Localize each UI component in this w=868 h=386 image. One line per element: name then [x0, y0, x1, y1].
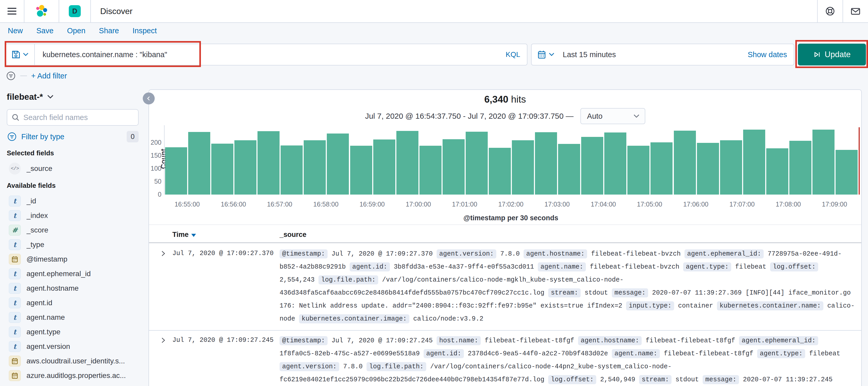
field-item-_type[interactable]: t_type: [7, 237, 138, 252]
source-cell: @timestamp: Jul 7, 2020 @ 17:09:27.245 h…: [280, 334, 855, 386]
field-name-pill: agent.version:: [437, 249, 496, 259]
y-tick-200: 200: [150, 139, 161, 146]
histogram-header: Jul 7, 2020 @ 16:54:37.750 - Jul 7, 2020…: [149, 108, 861, 124]
histogram-bar-16:58:30[interactable]: [350, 146, 372, 195]
field-search-box: [7, 109, 138, 126]
histogram-bar-17:00:00[interactable]: [420, 146, 441, 195]
histogram-bar-16:55:00[interactable]: [188, 132, 210, 195]
histogram-bar-17:02:00[interactable]: [512, 140, 534, 195]
field-name: agent.name: [27, 313, 65, 322]
field-name-pill: agent.hostname:: [578, 336, 642, 345]
saved-query-menu-button[interactable]: [6, 44, 35, 65]
field-item-agent.type[interactable]: tagent.type: [7, 325, 138, 339]
hamburger-menu-icon[interactable]: [0, 0, 24, 22]
histogram-bar-17:04:00[interactable]: [604, 132, 626, 195]
menu-link-new[interactable]: New: [8, 27, 23, 35]
histogram-bar-17:07:00[interactable]: [743, 129, 765, 195]
x-tick-16:58:00: 16:58:00: [305, 201, 346, 208]
field-name-pill: agent.type:: [683, 262, 731, 271]
histogram-bar-16:57:30[interactable]: [304, 140, 326, 195]
field-item-_index[interactable]: t_index: [7, 208, 138, 223]
menu-link-open[interactable]: Open: [67, 27, 85, 35]
field-item-agent.ephemeral_id[interactable]: tagent.ephemeral_id: [7, 267, 138, 281]
histogram-bar-17:01:30[interactable]: [489, 148, 511, 195]
histogram-bar-16:58:00[interactable]: [327, 133, 349, 195]
field-item-_score[interactable]: #_score: [7, 223, 138, 237]
menu-link-inspect[interactable]: Inspect: [132, 27, 157, 35]
field-name-pill: stream:: [548, 288, 581, 297]
field-item-@timestamp[interactable]: @timestamp: [7, 252, 138, 267]
string-type-icon: t: [9, 210, 21, 221]
histogram-bar-17:08:30[interactable]: [812, 129, 835, 195]
field-search-input[interactable]: [23, 113, 134, 122]
histogram-bar-17:05:00[interactable]: [650, 142, 673, 195]
string-type-icon: t: [9, 312, 21, 323]
histogram-bar-16:56:00[interactable]: [235, 140, 256, 195]
histogram-bar-17:06:30[interactable]: [720, 140, 742, 195]
histogram-bar-16:57:00[interactable]: [281, 145, 303, 195]
x-tick-17:00:00: 17:00:00: [398, 201, 439, 208]
newsfeed-button[interactable]: [843, 0, 868, 22]
app-badge-cell[interactable]: D: [59, 0, 90, 22]
index-pattern-selector[interactable]: filebeat-*: [7, 92, 138, 102]
histogram-bar-16:59:30[interactable]: [396, 131, 418, 195]
histogram-bar-17:03:30[interactable]: [581, 137, 603, 195]
sort-descending-icon: [191, 234, 196, 237]
histogram-bar-17:09:00[interactable]: [836, 150, 858, 195]
elastic-logo[interactable]: [24, 0, 59, 22]
menu-link-share[interactable]: Share: [99, 27, 119, 35]
histogram-bar-17:02:30[interactable]: [535, 132, 557, 195]
histogram-bar-17:04:30[interactable]: [627, 146, 649, 195]
field-name-pill: message:: [703, 375, 739, 384]
histogram-bar-17:00:30[interactable]: [442, 139, 465, 195]
chevron-down-icon: [633, 114, 640, 118]
field-item-agent.id[interactable]: tagent.id: [7, 296, 138, 310]
expand-row-icon[interactable]: [160, 337, 167, 344]
quick-select-menu-button[interactable]: [532, 50, 559, 59]
help-button[interactable]: [818, 0, 843, 22]
collapse-sidebar-button[interactable]: [143, 92, 155, 105]
histogram-bar-16:55:30[interactable]: [211, 144, 234, 195]
filter-icon[interactable]: [6, 71, 16, 81]
histogram-bar-17:05:30[interactable]: [674, 131, 696, 195]
field-name-pill: stream:: [639, 375, 672, 384]
field-item-agent.name[interactable]: tagent.name: [7, 310, 138, 325]
field-item-agent.version[interactable]: tagent.version: [7, 339, 138, 354]
filter-by-type-row: Filter by type 0: [7, 131, 138, 142]
filter-by-type-button[interactable]: Filter by type: [21, 132, 123, 141]
histogram-bar-17:01:00[interactable]: [466, 132, 488, 195]
hits-count: 6,340: [484, 94, 508, 105]
histogram-bar-17:03:00[interactable]: [558, 144, 580, 195]
index-pattern-name: filebeat-*: [7, 92, 43, 102]
field-item-_id[interactable]: t_id: [7, 194, 138, 208]
field-name-pill: agent.name:: [538, 262, 586, 271]
histogram-bar-16:59:00[interactable]: [373, 140, 395, 195]
field-item-_source[interactable]: </>_source: [7, 161, 138, 176]
histogram-bar-17:08:00[interactable]: [789, 141, 811, 195]
field-name: _index: [27, 211, 48, 220]
field-item-aws.cloudtrail.user_identity.s...[interactable]: aws.cloudtrail.user_identity.s...: [7, 354, 138, 368]
histogram-bar-17:07:30[interactable]: [766, 148, 788, 195]
available-fields-list: t_idt_index#_scoret_type@timestamptagent…: [7, 194, 138, 383]
show-dates-button[interactable]: Show dates: [748, 50, 794, 59]
histogram-bar-16:54:30[interactable]: [165, 147, 187, 195]
expand-row-icon[interactable]: [160, 250, 167, 257]
histogram-bar-16:56:30[interactable]: [257, 131, 280, 195]
chevron-down-icon: [47, 95, 54, 99]
time-range-value[interactable]: Last 15 minutes: [559, 50, 616, 59]
x-tick-16:59:00: 16:59:00: [351, 201, 393, 208]
interval-select[interactable]: Auto: [580, 108, 645, 124]
discover-app-badge: D: [69, 5, 81, 17]
column-header-time[interactable]: Time: [173, 231, 196, 239]
field-name-pill: input.type:: [626, 301, 674, 310]
histogram-bar-17:06:00[interactable]: [697, 143, 719, 195]
histogram-chart[interactable]: [164, 125, 858, 195]
field-name: agent.ephemeral_id: [27, 270, 91, 278]
update-button[interactable]: Update: [798, 43, 866, 65]
query-input[interactable]: [35, 50, 499, 59]
field-item-azure.auditlogs.properties.ac...[interactable]: azure.auditlogs.properties.ac...: [7, 368, 138, 383]
add-filter-button[interactable]: + Add filter: [31, 72, 67, 80]
menu-link-save[interactable]: Save: [36, 27, 54, 35]
query-language-button[interactable]: KQL: [499, 50, 527, 59]
field-item-agent.hostname[interactable]: tagent.hostname: [7, 281, 138, 296]
